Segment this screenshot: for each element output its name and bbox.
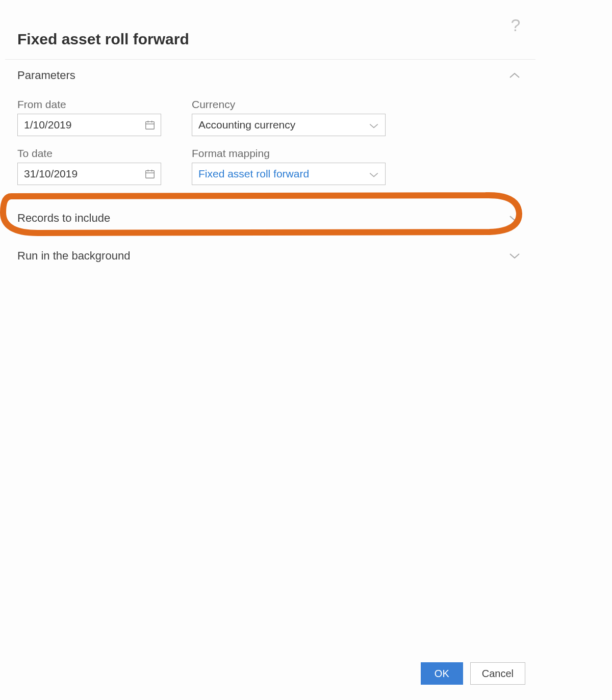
svg-rect-4	[146, 171, 155, 178]
parameters-col-left: From date To date	[17, 98, 161, 185]
to-date-input-wrap	[17, 163, 161, 185]
field-currency: Currency Accounting currency	[192, 98, 386, 136]
currency-select[interactable]: Accounting currency	[192, 114, 386, 136]
select-value: Fixed asset roll forward	[198, 168, 309, 180]
chevron-down-icon	[509, 215, 520, 222]
calendar-icon[interactable]	[139, 163, 161, 185]
section-header-parameters[interactable]: Parameters	[5, 60, 536, 87]
parameters-col-right: Currency Accounting currency Format mapp…	[192, 98, 386, 185]
field-label: From date	[17, 98, 161, 111]
field-label: Currency	[192, 98, 386, 111]
chevron-up-icon	[509, 72, 520, 79]
parameters-body: From date To date	[5, 87, 536, 199]
section-header-background[interactable]: Run in the background	[5, 237, 536, 275]
to-date-input[interactable]	[18, 163, 139, 185]
calendar-icon[interactable]	[139, 114, 161, 136]
from-date-input[interactable]	[18, 114, 139, 136]
ok-button[interactable]: OK	[421, 662, 463, 685]
format-mapping-select[interactable]: Fixed asset roll forward	[192, 163, 386, 185]
chevron-down-icon	[369, 122, 379, 128]
svg-rect-0	[146, 122, 155, 129]
field-label: Format mapping	[192, 147, 386, 160]
chevron-down-icon	[369, 171, 379, 177]
field-format-mapping: Format mapping Fixed asset roll forward	[192, 147, 386, 185]
section-label: Records to include	[17, 212, 110, 225]
field-to-date: To date	[17, 147, 161, 185]
field-label: To date	[17, 147, 161, 160]
page-title: Fixed asset roll forward	[5, 15, 536, 59]
select-value: Accounting currency	[198, 119, 295, 131]
field-from-date: From date	[17, 98, 161, 136]
chevron-down-icon	[509, 252, 520, 260]
dialog-fixed-asset-roll-forward: ? Fixed asset roll forward Parameters Fr…	[5, 0, 536, 700]
cancel-button[interactable]: Cancel	[470, 662, 525, 685]
section-label: Parameters	[17, 69, 75, 82]
section-header-records[interactable]: Records to include	[5, 199, 536, 237]
from-date-input-wrap	[17, 114, 161, 136]
section-label: Run in the background	[17, 249, 130, 263]
dialog-footer: OK Cancel	[421, 662, 525, 685]
help-icon[interactable]: ?	[508, 18, 523, 32]
highlight-wrap: Records to include	[5, 199, 536, 237]
